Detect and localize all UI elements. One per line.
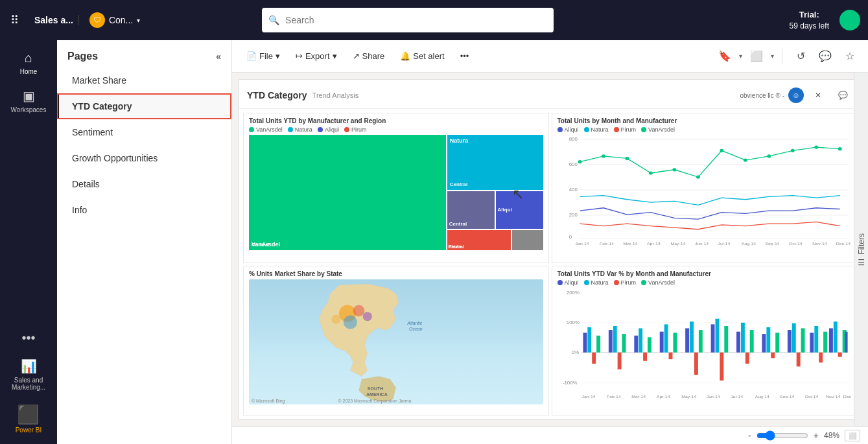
legend-dot-aliqui [318, 127, 323, 132]
left-nav: ⌂ Home ▣ Workspaces ••• 📊 Sales and Mark… [0, 40, 57, 444]
svg-text:Jul-14: Jul-14 [731, 394, 743, 399]
svg-point-16 [720, 149, 723, 152]
svg-rect-56 [617, 352, 621, 369]
treemap-cell-pirum[interactable]: Pirum Central [447, 230, 511, 250]
nav-item-home[interactable]: ⌂ Home [3, 45, 54, 80]
zoom-minus-button[interactable]: - [748, 430, 751, 441]
svg-text:Atlantic: Atlantic [406, 321, 422, 325]
sidebar-item-market-share[interactable]: Market Share [57, 67, 231, 93]
toolbar: 📄 File ▾ ↦ Export ▾ ↗ Share 🔔 Set alert … [232, 40, 868, 73]
barchart-title: Total Units YTD Var % by Month and Manuf… [557, 270, 852, 277]
treemap-cell-vanarsdel[interactable]: VanArsdel Central [249, 135, 446, 250]
svg-rect-68 [694, 352, 698, 375]
trial-label: Trial: [790, 9, 829, 21]
comment-button[interactable]: 💬 [815, 46, 836, 67]
zoom-plus-button[interactable]: + [814, 430, 819, 441]
treemap-mid-row: Central Aliqui [447, 191, 543, 229]
export-button[interactable]: ↦ Export ▾ [289, 47, 344, 65]
legend-label-aliqui: Aliqui [325, 126, 339, 133]
svg-rect-91 [833, 321, 837, 353]
svg-rect-80 [771, 352, 775, 358]
svg-text:600: 600 [569, 161, 577, 167]
svg-rect-76 [745, 352, 749, 363]
svg-rect-87 [814, 325, 818, 352]
topbar-right: Trial: 59 days left [790, 9, 860, 32]
sidebar-item-sentiment[interactable]: Sentiment [57, 119, 231, 145]
bookmark-button[interactable]: 🔖 [714, 46, 735, 67]
filters-label[interactable]: ☰ Filters [857, 233, 866, 266]
nav-more-icon[interactable]: ••• [16, 325, 40, 351]
sidebar-collapse-icon[interactable]: « [216, 51, 221, 62]
svg-rect-84 [796, 352, 800, 366]
share-button[interactable]: ↗ Share [346, 47, 392, 65]
map-credit: © Microsoft Bing [252, 399, 285, 403]
filters-panel[interactable]: ☰ Filters [854, 73, 868, 426]
sidebar-item-growth-opportunities[interactable]: Growth Opportunities [57, 145, 231, 171]
workspace-name: Con... [109, 15, 133, 25]
powerbi-label: Power BI [16, 426, 42, 434]
map-copyright: © 2023 Microsoft Corporation Jarma [338, 399, 411, 403]
barchart-legend: Aliqui Natura Pirum [557, 279, 852, 286]
grid-icon[interactable]: ⠿ [8, 10, 21, 30]
treemap-cell-aliqui[interactable]: Aliqui [496, 191, 543, 229]
zoom-bar: - + 48% ⬜ [232, 426, 868, 444]
refresh-button[interactable]: ↺ [790, 46, 811, 67]
sidebar-item-ytd-category[interactable]: YTD Category [57, 93, 231, 119]
map-background: Atlantic Ocean SOUTH AMERICA [249, 279, 543, 405]
view-button[interactable]: ⬜ [746, 46, 767, 67]
nav-item-sales[interactable]: 📊 Sales and Marketing... [3, 353, 54, 396]
set-alert-button[interactable]: 🔔 Set alert [393, 47, 451, 65]
linechart-svg: 800 600 400 200 0 [557, 135, 852, 248]
zoom-fit-button[interactable]: ⬜ [845, 430, 860, 441]
svg-point-21 [838, 147, 841, 150]
pages-sidebar: Pages « Market Share YTD Category Sentim… [57, 40, 232, 444]
treemap-cell-extra[interactable] [512, 230, 543, 250]
svg-rect-58 [634, 335, 638, 352]
barchart-visual[interactable]: 200% 100% 0% -100% [557, 288, 852, 401]
svg-point-36 [363, 312, 372, 321]
svg-text:Mar-14: Mar-14 [623, 241, 637, 246]
svg-rect-92 [838, 352, 841, 356]
file-button[interactable]: 📄 File ▾ [240, 47, 287, 65]
workspace-selector[interactable]: 🛡 Con... ▾ [89, 12, 140, 28]
sidebar-item-info[interactable]: Info [57, 197, 231, 223]
map-svg: Atlantic Ocean SOUTH AMERICA [249, 279, 543, 405]
linechart-visual[interactable]: 800 600 400 200 0 [557, 135, 852, 248]
bc-dot-pirum [614, 280, 619, 285]
treemap-cell-natura[interactable]: Natura Central [447, 135, 543, 190]
avatar[interactable] [839, 10, 860, 30]
legend-label-vanarsdel: VanArsdel [256, 126, 283, 133]
sidebar-header: Pages « [57, 40, 231, 67]
svg-rect-90 [828, 328, 832, 352]
svg-rect-75 [740, 322, 744, 352]
legend-label-pirum: Pirum [351, 126, 367, 133]
workspace-icon: 🛡 [89, 12, 105, 28]
comment-header-icon[interactable]: 💬 [832, 85, 853, 106]
report-header-right: obvience llc ® - ◎ ✕ 💬 [740, 85, 853, 106]
svg-rect-57 [622, 334, 626, 353]
svg-text:AMERICA: AMERICA [366, 392, 388, 397]
map-visual[interactable]: Atlantic Ocean SOUTH AMERICA © Microsoft… [249, 279, 543, 405]
export-label: Export [305, 51, 330, 61]
svg-rect-94 [845, 331, 847, 352]
treemap-cell-central[interactable]: Central [447, 191, 495, 229]
legend-pirum: Pirum [344, 126, 367, 133]
close-header-icon[interactable]: ✕ [808, 85, 828, 106]
svg-text:200: 200 [569, 212, 577, 217]
svg-text:Aug-14: Aug-14 [741, 241, 756, 246]
svg-text:400: 400 [569, 187, 577, 192]
bc-dot-aliqui [557, 280, 563, 285]
zoom-value: 48% [824, 431, 839, 440]
svg-point-20 [814, 145, 818, 148]
treemap-panel: Total Units YTD by Manufacturer and Regi… [243, 113, 549, 263]
nav-item-workspaces[interactable]: ▣ Workspaces [3, 83, 54, 119]
star-button[interactable]: ☆ [839, 46, 860, 67]
linechart-panel: Total Units by Month and Manufacturer Al… [552, 113, 858, 263]
svg-text:Apr-14: Apr-14 [656, 394, 670, 399]
sidebar-item-details[interactable]: Details [57, 171, 231, 197]
zoom-slider[interactable] [757, 430, 808, 441]
search-input[interactable] [262, 8, 554, 32]
treemap-visual[interactable]: VanArsdel Central Natura Central [249, 135, 543, 250]
legend-vanarsdel: VanArsdel [249, 126, 283, 133]
more-options-button[interactable]: ••• [454, 47, 476, 65]
